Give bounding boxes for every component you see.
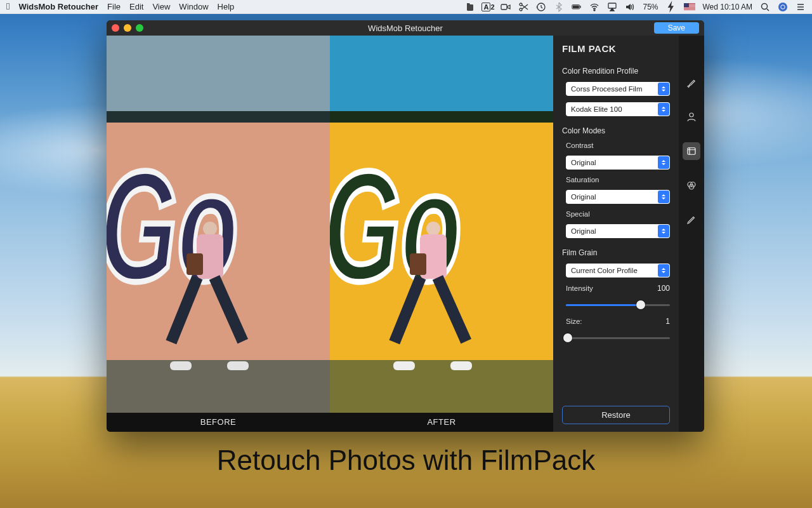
- grain-profile-select[interactable]: Current Color Profile: [566, 264, 670, 277]
- window-titlebar[interactable]: WidsMob Retoucher Save: [107, 20, 704, 36]
- tool-strip: [679, 36, 704, 432]
- macos-menubar:  WidsMob Retoucher File Edit View Windo…: [0, 0, 812, 14]
- svg-rect-8: [608, 3, 616, 8]
- promo-headline: Retouch Photos with FilmPack: [0, 444, 812, 476]
- us-flag-icon[interactable]: [684, 2, 695, 12]
- charging-icon: [666, 2, 676, 12]
- saturation-select[interactable]: Original: [566, 190, 670, 204]
- window-title: WidsMob Retoucher: [107, 23, 704, 33]
- menubar-app-name[interactable]: WidsMob Retoucher: [18, 2, 98, 11]
- preview-area: Go Go BEFORE AFTER: [107, 36, 553, 432]
- wifi-icon[interactable]: [589, 2, 599, 12]
- chevrons-icon: [658, 156, 669, 169]
- profile-select[interactable]: Corss Processed Film: [566, 82, 670, 96]
- preview-after-pane: Go: [330, 36, 553, 413]
- menu-window[interactable]: Window: [179, 2, 208, 11]
- svg-point-22: [690, 113, 693, 117]
- svg-rect-0: [501, 4, 507, 10]
- panel-title: FILM PACK: [562, 43, 670, 54]
- film-grain-label: Film Grain: [562, 248, 670, 257]
- contrast-label: Contrast: [562, 142, 670, 149]
- menu-edit[interactable]: Edit: [129, 2, 143, 11]
- svg-rect-15: [684, 10, 695, 11]
- contrast-select[interactable]: Original: [566, 156, 670, 170]
- chevrons-icon: [658, 103, 669, 116]
- intensity-slider-fill: [566, 304, 641, 306]
- apple-menu-icon[interactable]: : [6, 1, 10, 11]
- filmpack-panel: FILM PACK Color Rendition Profile Corss …: [553, 36, 679, 432]
- svg-point-7: [594, 10, 595, 11]
- svg-point-18: [778, 3, 787, 11]
- size-slider-thumb[interactable]: [563, 333, 572, 342]
- time-machine-icon[interactable]: [536, 2, 546, 12]
- chevrons-icon: [658, 190, 669, 203]
- chevrons-icon: [658, 83, 669, 95]
- menu-file[interactable]: File: [107, 2, 121, 11]
- siri-icon[interactable]: [778, 2, 788, 12]
- chevrons-icon: [658, 225, 669, 237]
- battery-icon[interactable]: [572, 2, 582, 12]
- volume-icon[interactable]: [625, 2, 635, 12]
- bluetooth-icon[interactable]: [554, 2, 564, 12]
- tool-portrait[interactable]: [683, 108, 700, 126]
- preview-before-pane: Go: [107, 36, 330, 413]
- adobe-cc-icon[interactable]: A2: [483, 2, 493, 12]
- film-select[interactable]: Kodak Elite 100: [566, 102, 670, 116]
- special-label: Special: [562, 210, 670, 218]
- tool-pencil[interactable]: [683, 211, 700, 229]
- svg-point-17: [762, 3, 768, 9]
- battery-percentage: 75%: [643, 3, 658, 11]
- intensity-slider-thumb[interactable]: [636, 300, 645, 309]
- tool-filmpack[interactable]: [683, 142, 700, 160]
- color-rendition-label: Color Rendition Profile: [562, 67, 670, 76]
- scissors-icon[interactable]: [518, 2, 528, 12]
- spotlight-icon[interactable]: [760, 2, 770, 12]
- color-modes-label: Color Modes: [562, 126, 670, 135]
- svg-rect-16: [684, 3, 689, 8]
- airplay-icon[interactable]: [607, 2, 617, 12]
- tool-color-channels[interactable]: [683, 177, 700, 194]
- chevrons-icon: [658, 264, 669, 277]
- intensity-slider[interactable]: [566, 299, 670, 311]
- menu-view[interactable]: View: [152, 2, 170, 11]
- svg-rect-5: [573, 5, 579, 8]
- svg-rect-23: [688, 148, 695, 155]
- after-label: AFTER: [330, 413, 553, 432]
- svg-rect-13: [684, 8, 695, 8]
- notification-center-icon[interactable]: [796, 2, 806, 12]
- svg-rect-6: [580, 6, 581, 8]
- intensity-label: Intensity: [562, 284, 593, 292]
- saturation-label: Saturation: [562, 176, 670, 184]
- special-select[interactable]: Original: [566, 224, 670, 238]
- tool-brush[interactable]: [683, 74, 700, 91]
- facetime-icon[interactable]: [501, 2, 511, 12]
- restore-button[interactable]: Restore: [562, 406, 670, 424]
- svg-point-2: [520, 8, 522, 11]
- menubar-clock[interactable]: Wed 10:10 AM: [703, 3, 753, 11]
- size-value: 1: [665, 317, 670, 326]
- menu-help[interactable]: Help: [218, 2, 235, 11]
- size-slider[interactable]: [566, 332, 670, 344]
- svg-rect-14: [684, 9, 695, 10]
- size-label: Size:: [562, 318, 582, 325]
- svg-point-1: [520, 3, 522, 6]
- before-label: BEFORE: [107, 413, 330, 432]
- intensity-value: 100: [657, 284, 670, 293]
- app-window: WidsMob Retoucher Save Go Go BEFORE: [107, 20, 704, 432]
- evernote-icon[interactable]: [465, 2, 475, 12]
